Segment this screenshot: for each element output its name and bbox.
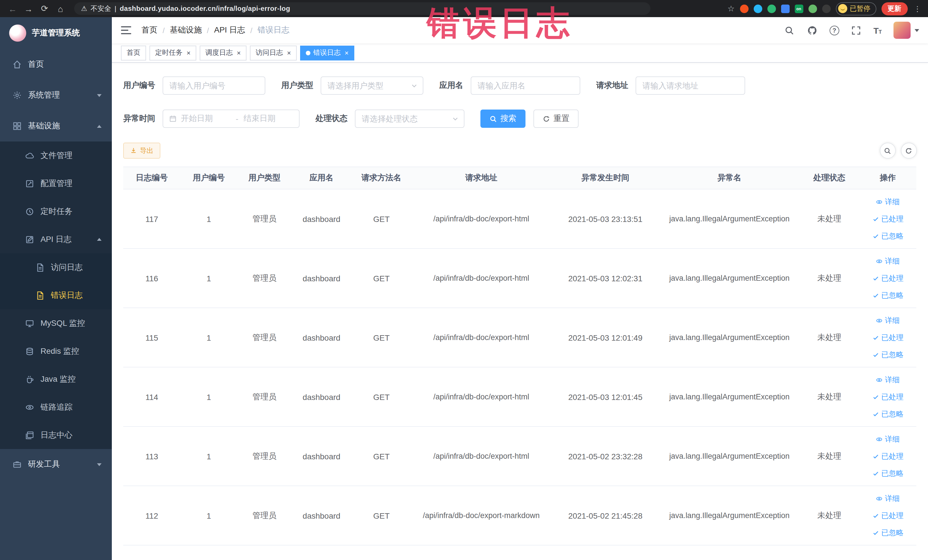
sidebar-item-redis-monitor[interactable]: Redis 监控 <box>0 337 112 365</box>
detail-link[interactable]: 详细 <box>876 434 900 444</box>
mark-processed-link[interactable]: 已处理 <box>872 333 904 343</box>
sidebar-item-home[interactable]: 首页 <box>0 49 112 80</box>
trace-icon <box>25 403 34 412</box>
sidebar-item-error-log[interactable]: 错误日志 <box>0 281 112 309</box>
filter-request-url: 请求地址 <box>596 76 745 95</box>
cell-app-name: dashboard <box>292 368 351 426</box>
refresh-icon <box>905 147 912 154</box>
extension-icon-orange[interactable] <box>740 4 748 13</box>
check-icon <box>872 410 879 417</box>
config-icon <box>25 179 34 188</box>
mark-ignored-link[interactable]: 已忽略 <box>872 409 904 419</box>
close-icon[interactable]: × <box>186 49 191 56</box>
sidebar-item-file-mgmt[interactable]: 文件管理 <box>0 142 112 169</box>
back-icon[interactable]: ← <box>6 2 20 15</box>
app-window: 芋道管理系统 首页 系统管理 基础设施 文件管理 <box>0 17 928 560</box>
check-icon <box>872 512 879 519</box>
bookmark-star-icon[interactable]: ☆ <box>728 4 734 13</box>
refresh-table-button[interactable] <box>901 143 917 159</box>
request-url-input[interactable] <box>636 76 745 95</box>
cell-user-id: 1 <box>180 189 237 248</box>
avatar-image <box>893 22 910 39</box>
address-bar[interactable]: ⚠ 不安全 | dashboard.yudao.iocoder.cn/infra… <box>74 2 650 15</box>
sidebar-item-log-center[interactable]: 日志中心 <box>0 421 112 449</box>
cell-app-name: dashboard <box>292 427 351 485</box>
fullscreen-icon[interactable] <box>851 24 862 36</box>
app-logo[interactable]: 芋道管理系统 <box>0 17 112 49</box>
security-label: 不安全 <box>91 4 111 14</box>
detail-link[interactable]: 详细 <box>876 197 900 207</box>
mysql-monitor-icon <box>25 319 34 328</box>
sidebar-item-mysql-monitor[interactable]: MySQL 监控 <box>0 309 112 337</box>
tab-access-log[interactable]: 访问日志 × <box>250 45 297 60</box>
sidebar-item-config-mgmt[interactable]: 配置管理 <box>0 169 112 197</box>
sidebar-item-system-mgmt[interactable]: 系统管理 <box>0 80 112 111</box>
help-icon[interactable]: ? <box>830 25 839 35</box>
extension-icon-grid[interactable] <box>781 4 789 13</box>
home-nav-icon[interactable]: ⌂ <box>53 2 67 15</box>
detail-link[interactable]: 详细 <box>876 493 900 504</box>
extension-icon-on-badge[interactable]: on <box>795 4 803 13</box>
sidebar-item-devtools[interactable]: 研发工具 <box>0 449 112 480</box>
extension-icon-blue[interactable] <box>753 4 762 13</box>
cell-exception-time: 2021-05-03 12:01:49 <box>551 308 659 367</box>
paused-label: 已暂停 <box>850 4 870 14</box>
mark-processed-link[interactable]: 已处理 <box>872 510 904 520</box>
mark-ignored-link[interactable]: 已忽略 <box>872 290 904 301</box>
mark-ignored-link[interactable]: 已忽略 <box>872 468 904 478</box>
sidebar-item-infrastructure[interactable]: 基础设施 <box>0 111 112 142</box>
sidebar-item-java-monitor[interactable]: Java 监控 <box>0 365 112 393</box>
col-user-id: 用户编号 <box>180 167 237 189</box>
date-range-picker[interactable]: 开始日期 - 结束日期 <box>163 110 299 128</box>
extension-icon-tampermonkey[interactable] <box>822 4 830 13</box>
github-icon[interactable] <box>807 24 818 36</box>
tab-scheduled-tasks[interactable]: 定时任务 × <box>150 45 196 60</box>
reload-icon[interactable]: ⟳ <box>38 2 51 15</box>
search-icon[interactable] <box>784 24 795 36</box>
chrome-update-button[interactable]: 更新 <box>881 2 907 15</box>
user-type-select[interactable] <box>321 76 423 95</box>
cell-actions: 详细 已处理 已忽略 <box>859 427 916 485</box>
breadcrumb-api-log[interactable]: API 日志 <box>214 25 245 35</box>
close-icon[interactable]: × <box>287 49 291 56</box>
app-name-input[interactable] <box>471 76 580 95</box>
toggle-search-button[interactable] <box>879 143 896 159</box>
search-button[interactable]: 搜索 <box>481 110 525 128</box>
detail-link[interactable]: 详细 <box>876 315 900 325</box>
mark-processed-link[interactable]: 已处理 <box>872 214 904 224</box>
mark-ignored-link[interactable]: 已忽略 <box>872 231 904 241</box>
tab-error-log[interactable]: 错误日志 × <box>300 45 354 60</box>
sidebar-item-access-log[interactable]: 访问日志 <box>0 253 112 281</box>
mark-processed-link[interactable]: 已处理 <box>872 273 904 283</box>
sidebar-item-scheduled-tasks[interactable]: 定时任务 <box>0 197 112 225</box>
user-avatar[interactable] <box>893 22 919 39</box>
extension-icon-green[interactable] <box>767 4 776 13</box>
font-size-icon[interactable]: TT <box>873 26 882 35</box>
detail-link[interactable]: 详细 <box>876 256 900 266</box>
mark-ignored-link[interactable]: 已忽略 <box>872 349 904 360</box>
export-button[interactable]: 导出 <box>123 143 160 159</box>
mark-processed-link[interactable]: 已处理 <box>872 392 904 402</box>
reset-button[interactable]: 重置 <box>533 110 578 128</box>
breadcrumb-infrastructure[interactable]: 基础设施 <box>170 25 202 35</box>
user-id-input[interactable] <box>163 76 265 95</box>
table-header-row: 日志编号 用户编号 用户类型 应用名 请求方法名 请求地址 异常发生时间 异常名… <box>123 166 916 189</box>
gear-icon <box>12 91 22 100</box>
chrome-menu-icon[interactable]: ⋮ <box>913 4 922 13</box>
url-text: dashboard.yudao.iocoder.cn/infra/log/api… <box>120 5 290 12</box>
mark-processed-link[interactable]: 已处理 <box>872 451 904 461</box>
extension-icon-leaf[interactable] <box>808 4 817 13</box>
sidebar-item-trace[interactable]: 链路追踪 <box>0 393 112 421</box>
process-status-select[interactable] <box>355 110 464 128</box>
breadcrumb-home[interactable]: 首页 <box>142 25 157 35</box>
tab-schedule-log[interactable]: 调度日志 × <box>200 45 246 60</box>
detail-link[interactable]: 详细 <box>876 375 900 385</box>
profile-paused-badge[interactable]: 已暂停 <box>836 2 876 15</box>
sidebar-collapse-icon[interactable] <box>121 26 131 34</box>
sidebar-item-api-log[interactable]: API 日志 <box>0 225 112 253</box>
tab-home[interactable]: 首页 <box>121 45 146 60</box>
forward-icon[interactable]: → <box>22 2 35 15</box>
mark-ignored-link[interactable]: 已忽略 <box>872 528 904 538</box>
close-icon[interactable]: × <box>345 49 349 56</box>
close-icon[interactable]: × <box>237 49 241 56</box>
